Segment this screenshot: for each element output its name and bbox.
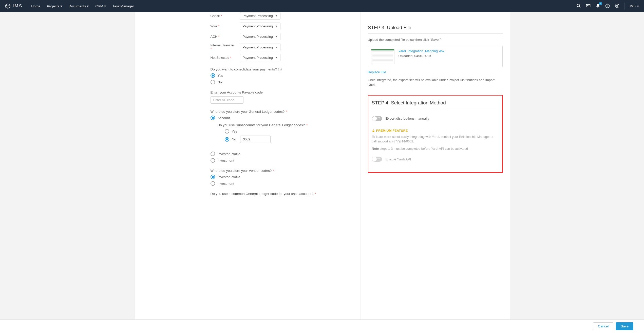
step4-note: Note steps 1-3 must be completed before …: [372, 147, 499, 151]
step3-instruction: Upload the completed file below then cli…: [368, 37, 503, 42]
field-label: Not Selected *: [211, 56, 236, 60]
top-navbar: IMS Home Projects▾ Documents▾ CRM▾ Task …: [0, 0, 644, 12]
help-icon[interactable]: [605, 4, 610, 9]
ap-label: Enter your Accounts Payable code: [211, 90, 345, 94]
step4-highlight: STEP 4. Select Integration Method OFF Ex…: [368, 95, 503, 173]
radio-icon[interactable]: [225, 137, 229, 142]
caret-down-icon: ▼: [275, 35, 278, 38]
radio-icon[interactable]: [211, 175, 215, 179]
field-wire: Wire * Payment Processing▼: [211, 23, 345, 30]
radio-icon[interactable]: [211, 158, 215, 163]
gl-investment[interactable]: Investment: [211, 158, 345, 163]
field-label: ACH *: [211, 35, 236, 39]
search-icon[interactable]: [576, 4, 581, 9]
radio-icon[interactable]: [225, 129, 229, 134]
field-internal-transfer: Internal Transfer * Payment Processing▼: [211, 43, 345, 51]
nav-crm[interactable]: CRM▾: [95, 4, 106, 8]
brand-logo[interactable]: IMS: [5, 3, 23, 9]
user-icon[interactable]: [615, 4, 619, 9]
toggle-label: Export distributions manually: [386, 117, 429, 120]
radio-icon[interactable]: [211, 116, 215, 120]
brand-text: IMS: [13, 4, 23, 9]
nav-projects[interactable]: Projects▾: [47, 4, 62, 8]
svg-point-4: [597, 7, 598, 8]
svg-point-2: [577, 4, 580, 7]
caret-down-icon: ▼: [275, 46, 278, 49]
replace-file-link[interactable]: Replace File: [368, 70, 503, 74]
uploaded-file-link[interactable]: Yardi_Integration_Mapping.xlsx: [399, 49, 444, 53]
svg-line-3: [579, 6, 580, 8]
toggle-state: OFF: [376, 157, 381, 160]
topbar-right: 6 IMS ▾: [576, 3, 639, 10]
chevron-down-icon: ▾: [60, 4, 62, 8]
step3-note: Once integrated, the export files will b…: [368, 78, 503, 87]
svg-point-8: [617, 5, 618, 6]
field-not-selected: Not Selected * Payment Processing▼: [211, 54, 345, 61]
gl-sub-yes[interactable]: Yes: [225, 129, 345, 134]
dropdown-check[interactable]: Payment Processing▼: [240, 12, 280, 20]
topbar-left: IMS Home Projects▾ Documents▾ CRM▾ Task …: [5, 3, 134, 9]
notification-badge: 6: [599, 2, 602, 5]
field-label: Check *: [211, 14, 236, 18]
toggle-state: OFF: [376, 117, 381, 119]
gl-account[interactable]: Account: [211, 116, 345, 120]
cash-question: Do you use a common General Ledger code …: [211, 192, 345, 196]
help-tooltip-icon[interactable]: ?: [278, 68, 282, 71]
radio-icon[interactable]: [211, 152, 215, 156]
divider: [624, 3, 625, 10]
lock-icon: [372, 129, 375, 132]
nav-task-manager[interactable]: Task Manager: [112, 4, 134, 8]
toggle-switch-disabled: OFF: [372, 157, 382, 162]
dropdown-internal-transfer[interactable]: Payment Processing▼: [240, 44, 280, 51]
consolidate-no[interactable]: No: [211, 80, 345, 84]
toggle-export-manual: OFF Export distributions manually: [372, 113, 499, 125]
dropdown-not-selected[interactable]: Payment Processing▼: [240, 54, 280, 61]
nav-home[interactable]: Home: [31, 4, 40, 8]
caret-down-icon: ▼: [275, 56, 278, 59]
logo-icon: [5, 3, 11, 9]
vendor-investor-profile[interactable]: Investor Profile: [211, 175, 345, 179]
consolidate-question: Do you want to consolidate your payments…: [211, 67, 345, 71]
chevron-down-icon: ▾: [637, 4, 639, 8]
vendor-investment[interactable]: Investment: [211, 181, 345, 186]
toggle-enable-yardi: OFF Enable Yardi API: [372, 153, 499, 165]
gl-question: Where do you store your General Ledger c…: [211, 110, 345, 114]
field-label: Wire *: [211, 24, 236, 28]
field-ach: ACH * Payment Processing▼: [211, 33, 345, 40]
caret-down-icon: ▼: [275, 14, 278, 17]
ap-code-input[interactable]: [211, 96, 243, 104]
mail-icon[interactable]: [586, 4, 591, 9]
file-thumbnail-icon: [371, 49, 394, 64]
field-check: Check * Payment Processing▼: [211, 12, 345, 20]
radio-icon[interactable]: [211, 80, 215, 84]
radio-icon[interactable]: [211, 73, 215, 78]
gl-investor-profile[interactable]: Investor Profile: [211, 152, 345, 156]
gl-subaccount-question: Do you use Subaccounts for your General …: [218, 123, 345, 127]
chevron-down-icon: ▾: [104, 4, 106, 8]
step4-title: STEP 4. Select Integration Method: [372, 100, 499, 109]
toggle-switch[interactable]: OFF: [372, 116, 382, 121]
toggle-label: Enable Yardi API: [386, 157, 411, 161]
right-column: STEP 3. Upload File Upload the completed…: [361, 12, 510, 319]
field-label: Internal Transfer *: [211, 43, 236, 51]
dropdown-wire[interactable]: Payment Processing▼: [240, 23, 280, 30]
gl-sub-no-input[interactable]: [240, 136, 271, 143]
nav-documents[interactable]: Documents▾: [69, 4, 89, 8]
vendor-question: Where do you store your Vendor codes? *: [211, 169, 345, 173]
dropdown-ach[interactable]: Payment Processing▼: [240, 33, 280, 40]
caret-down-icon: ▼: [275, 25, 278, 28]
uploaded-date: Uploaded: 04/01/2019: [399, 54, 444, 58]
premium-feature-label: PREMIUM FEATURE: [372, 129, 499, 133]
left-column: Check * Payment Processing▼ Wire * Payme…: [135, 12, 361, 319]
page: Check * Payment Processing▼ Wire * Payme…: [0, 12, 644, 319]
radio-icon[interactable]: [211, 181, 215, 186]
step3-title: STEP 3. Upload File: [368, 25, 503, 34]
user-menu[interactable]: IMS ▾: [630, 4, 639, 8]
uploaded-file-box: Yardi_Integration_Mapping.xlsx Uploaded:…: [368, 46, 503, 67]
step3-block: STEP 3. Upload File Upload the completed…: [368, 25, 503, 87]
consolidate-yes[interactable]: Yes: [211, 73, 345, 78]
svg-point-6: [608, 7, 608, 7]
bell-icon[interactable]: 6: [596, 4, 600, 9]
content: Check * Payment Processing▼ Wire * Payme…: [134, 12, 510, 319]
gl-sub-no[interactable]: No: [225, 136, 345, 143]
